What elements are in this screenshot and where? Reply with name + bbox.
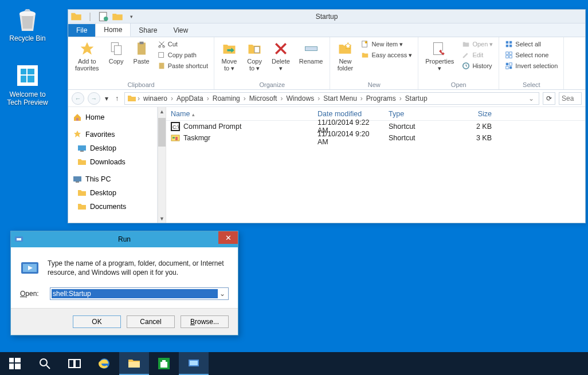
breadcrumb[interactable]: › winaero› AppData› Roaming› Microsoft› … (124, 92, 539, 105)
new-folder-button[interactable]: New folder (335, 40, 355, 73)
recent-dropdown[interactable]: ▾ (104, 94, 109, 102)
svg-rect-25 (509, 45, 512, 47)
crumb[interactable]: Programs (364, 94, 398, 102)
run-taskbar-button[interactable] (179, 352, 209, 375)
ie-button[interactable] (89, 352, 119, 375)
crumb[interactable]: Roaming (210, 94, 242, 102)
ribbon-tabs: File Home Share View (68, 23, 585, 37)
start-button[interactable] (0, 352, 30, 375)
crumb[interactable]: AppData (174, 94, 206, 102)
nav-pc-desktop[interactable]: Desktop (68, 186, 157, 200)
svg-rect-38 (76, 181, 79, 183)
scroll-down-icon[interactable]: ▼ (158, 214, 166, 223)
copy-button[interactable]: Copy (106, 40, 127, 66)
search-button[interactable] (30, 352, 60, 375)
file-list: Name ▴ Date modified Type Size C:\Comman… (166, 107, 585, 223)
tab-file[interactable]: File (68, 24, 95, 37)
crumb[interactable]: Start Menu (321, 94, 359, 102)
svg-rect-28 (506, 56, 508, 58)
svg-rect-44 (175, 137, 178, 140)
select-none-button[interactable]: Select none (504, 50, 559, 60)
copy-to-button[interactable]: Copy to ▾ (244, 40, 265, 73)
select-all-button[interactable]: Select all (504, 40, 559, 49)
list-item[interactable]: Taskmgr 11/10/2014 9:20 AM Shortcut 3 KB (166, 132, 585, 144)
shortcut-icon: C:\ (171, 122, 180, 131)
col-type[interactable]: Type (384, 110, 450, 118)
nav-favorites[interactable]: Favorites (68, 128, 157, 141)
run-title: Run (11, 235, 238, 243)
paste-shortcut-button[interactable]: Paste shortcut (156, 61, 209, 70)
forward-button[interactable]: → (88, 92, 100, 105)
explorer-window: | ▾ Startup File Home Share View Add to … (68, 9, 586, 223)
nav-home[interactable]: Home (68, 110, 157, 124)
crumb[interactable]: winaero (141, 94, 170, 102)
svg-point-0 (19, 11, 36, 17)
tab-home[interactable]: Home (95, 23, 131, 37)
svg-rect-4 (21, 76, 26, 82)
open-input[interactable] (52, 289, 218, 298)
combo-dropdown-icon[interactable]: ⌄ (218, 290, 227, 298)
nav-fav-desktop[interactable]: Desktop (68, 141, 157, 155)
back-button[interactable]: ← (72, 92, 84, 105)
open-button[interactable]: Open ▾ (461, 40, 494, 49)
col-size[interactable]: Size (450, 110, 496, 118)
svg-rect-43 (173, 137, 175, 139)
welcome-label: Welcome to Tech Preview (5, 90, 50, 106)
svg-rect-3 (28, 69, 34, 74)
crumb[interactable]: Microsoft (247, 94, 280, 102)
taskbar (0, 352, 588, 375)
properties-icon[interactable] (98, 11, 109, 22)
open-combo[interactable]: ⌄ (50, 287, 229, 300)
crumb[interactable]: Startup (403, 94, 430, 102)
col-date[interactable]: Date modified (313, 110, 384, 118)
ok-button[interactable]: OK (73, 315, 121, 328)
cancel-button[interactable]: Cancel (127, 315, 175, 328)
folder-icon (127, 94, 136, 103)
move-to-button[interactable]: Move to ▾ (219, 40, 240, 73)
svg-rect-49 (15, 358, 21, 362)
search-input[interactable] (559, 92, 582, 105)
tab-view[interactable]: View (165, 24, 196, 37)
up-button[interactable]: ↑ (113, 94, 121, 102)
invert-selection-button[interactable]: Invert selection (504, 61, 559, 70)
group-new: New folder New item ▾ Easy access ▾ New (330, 37, 418, 89)
history-button[interactable]: History (461, 61, 494, 70)
properties-button[interactable]: Properties ▾ (423, 40, 456, 73)
svg-rect-11 (139, 42, 143, 44)
crumb[interactable]: Windows (284, 94, 316, 102)
svg-rect-9 (114, 46, 121, 55)
qat-dropdown-icon[interactable]: ▾ (126, 11, 137, 22)
svg-rect-31 (509, 63, 512, 65)
new-folder-icon[interactable] (112, 11, 123, 22)
nav-thispc[interactable]: This PC (68, 172, 157, 186)
nav-pc-documents[interactable]: Documents (68, 200, 157, 214)
col-name[interactable]: Name ▴ (166, 110, 313, 118)
rename-button[interactable]: Rename (297, 40, 326, 66)
folder-icon (70, 11, 82, 22)
store-button[interactable] (149, 352, 179, 375)
run-titlebar[interactable]: Run ✕ (11, 231, 238, 247)
copy-path-button[interactable]: Copy path (156, 50, 209, 60)
browse-button[interactable]: Browse... (181, 315, 229, 328)
easy-access-button[interactable]: Easy access ▾ (360, 50, 413, 60)
nav-fav-downloads[interactable]: Downloads (68, 155, 157, 169)
new-item-button[interactable]: New item ▾ (360, 40, 413, 49)
svg-rect-35 (78, 145, 86, 151)
refresh-button[interactable]: ⟳ (543, 92, 555, 105)
welcome-shortcut-icon[interactable]: Welcome to Tech Preview (5, 62, 50, 106)
recycle-bin-icon[interactable]: Recycle Bin (5, 6, 50, 42)
paste-button[interactable]: Paste (131, 40, 152, 66)
cut-button[interactable]: Cut (156, 40, 209, 49)
edit-button[interactable]: Edit (461, 50, 494, 60)
task-view-button[interactable] (60, 352, 89, 375)
svg-rect-27 (509, 52, 512, 54)
scroll-thumb[interactable] (158, 118, 166, 147)
tab-share[interactable]: Share (131, 24, 165, 37)
explorer-taskbar-button[interactable] (119, 352, 149, 375)
delete-button[interactable]: Delete ▾ (269, 40, 292, 73)
scroll-up-icon[interactable]: ▲ (158, 107, 166, 116)
close-button[interactable]: ✕ (218, 231, 238, 244)
add-to-favorites-button[interactable]: Add to favorites (73, 40, 101, 73)
nav-scrollbar[interactable]: ▲ ▼ (158, 107, 166, 223)
svg-rect-14 (158, 53, 163, 58)
